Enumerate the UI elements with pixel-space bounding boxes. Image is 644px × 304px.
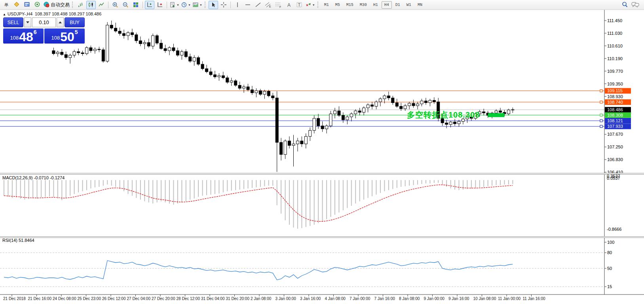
text-button[interactable]: A: [284, 1, 294, 9]
navigator-button[interactable]: [22, 1, 32, 9]
timeframe-button-M15[interactable]: M15: [344, 1, 356, 9]
timeframe-button-M1[interactable]: M1: [321, 1, 332, 9]
svg-text:107.250: 107.250: [607, 144, 623, 149]
svg-text:3 Jan 00:00: 3 Jan 00:00: [275, 296, 296, 301]
chat-button[interactable]: [631, 1, 640, 9]
pivot-annotation-text[interactable]: 多空转折点108.308: [407, 110, 480, 120]
zoom-out-icon: [122, 2, 129, 8]
chart-shift-button[interactable]: [145, 1, 154, 9]
macd-scale-bottom: -0.8666: [607, 227, 621, 232]
window-icon: [24, 1, 30, 8]
search-button[interactable]: [620, 1, 630, 9]
svg-text:108.740: 108.740: [607, 100, 623, 104]
trade-panel-price-row: 108486 108505: [3, 28, 85, 44]
chat-icon: [631, 2, 639, 8]
svg-text:11 Jan 16:00: 11 Jan 16:00: [523, 296, 546, 301]
horizontal-line-icon: [245, 2, 251, 8]
text-label-button[interactable]: T: [294, 1, 304, 9]
new-order-label: 单: [4, 2, 9, 8]
collapse-arrow-icon[interactable]: ▲: [3, 13, 6, 16]
svg-text:100: 100: [607, 240, 614, 245]
timeframe-button-W1[interactable]: W1: [404, 1, 414, 9]
timeframe-button-D1[interactable]: D1: [393, 1, 403, 9]
sell-price[interactable]: 108486: [3, 28, 44, 44]
buy-price-prefix: 108: [51, 35, 60, 41]
horizontal-line-button[interactable]: [243, 1, 253, 9]
svg-text:27 Dec 20:00: 27 Dec 20:00: [152, 296, 175, 301]
timeframe-button-M5[interactable]: M5: [332, 1, 343, 9]
arrows-button[interactable]: ▼: [305, 1, 315, 9]
bar-chart-button[interactable]: [76, 1, 85, 9]
sell-price-prefix: 108: [10, 35, 19, 41]
volume-input[interactable]: 0.10: [32, 17, 56, 27]
search-icon: [621, 1, 629, 8]
fibonacci-button[interactable]: F: [274, 1, 283, 9]
autotrading-label: 自动交易: [51, 2, 70, 8]
chart-title[interactable]: ▲USDJPY-,H4108.397 108.498 108.297 108.4…: [3, 11, 101, 16]
svg-text:28 Dec 12:00: 28 Dec 12:00: [177, 296, 200, 301]
buy-price[interactable]: 108505: [44, 28, 85, 44]
svg-text:25 Dec 23:00: 25 Dec 23:00: [78, 296, 101, 301]
buy-button[interactable]: BUY: [65, 17, 85, 27]
bar-chart-icon: [78, 2, 84, 8]
caret-down-icon: ▼: [312, 4, 315, 6]
timeframe-button-M30[interactable]: M30: [357, 1, 370, 9]
auto-scroll-button[interactable]: [155, 1, 165, 9]
chart-ohlc-values: 108.397 108.498 108.297 108.486: [35, 11, 101, 16]
tile-windows-button[interactable]: [131, 1, 141, 9]
zoom-in-button[interactable]: [110, 1, 120, 9]
new-chart-icon: [169, 2, 176, 8]
zoom-in-icon: [112, 2, 119, 8]
template-icon: [192, 2, 199, 8]
rsi-indicator-label: RSI(14) 51.8464: [2, 238, 34, 243]
periods-button[interactable]: ▼: [180, 1, 191, 9]
buy-price-big: 50: [60, 31, 74, 42]
autotrading-button[interactable]: 自动交易: [43, 1, 70, 9]
text-label-icon: T: [296, 2, 302, 8]
sell-button[interactable]: SELL: [3, 17, 23, 27]
svg-text:3 Jan 16:00: 3 Jan 16:00: [300, 296, 321, 301]
volume-decrease-button[interactable]: [24, 17, 31, 27]
crosshair-icon: [220, 2, 227, 8]
chart-canvas[interactable]: 111.450111.030110.610110.190109.770109.3…: [0, 10, 644, 304]
macd-scale-top-b: 0.0537: [607, 176, 620, 180]
candlestick-chart-button[interactable]: [86, 1, 96, 9]
volume-increase-button[interactable]: [57, 17, 64, 27]
svg-text:111.030: 111.030: [607, 31, 622, 36]
macd-pane-splitter[interactable]: [0, 173, 644, 175]
buy-price-pip: 5: [75, 29, 78, 35]
vertical-line-button[interactable]: [233, 1, 242, 9]
cursor-icon: [210, 2, 217, 8]
crosshair-button[interactable]: [219, 1, 228, 9]
equidistant-channel-button[interactable]: E: [264, 1, 273, 9]
zoom-out-button[interactable]: [121, 1, 130, 9]
caret-down-icon: ▼: [177, 4, 179, 6]
svg-text:7 Jan 00:00: 7 Jan 00:00: [350, 296, 370, 301]
caret-down-icon: ▼: [188, 4, 191, 6]
svg-text:111.450: 111.450: [607, 18, 622, 23]
svg-text:31 Dec 04:00: 31 Dec 04:00: [201, 296, 225, 301]
svg-text:108.121: 108.121: [607, 118, 623, 123]
svg-text:21 Dec 16:00: 21 Dec 16:00: [28, 296, 52, 301]
svg-text:F: F: [279, 6, 281, 8]
new-order-button[interactable]: 单: [2, 1, 11, 9]
cursor-button[interactable]: [209, 1, 218, 9]
line-chart-button[interactable]: [97, 1, 106, 9]
timeframe-button-MN[interactable]: MN: [415, 1, 425, 9]
rsi-pane-splitter[interactable]: [0, 236, 644, 238]
svg-text:107.933: 107.933: [607, 124, 623, 129]
market-watch-button[interactable]: [12, 1, 21, 9]
svg-text:80: 80: [607, 250, 612, 255]
new-chart-button[interactable]: ▼: [169, 1, 180, 9]
svg-text:7 Jan 16:00: 7 Jan 16:00: [374, 296, 395, 301]
trendline-button[interactable]: [253, 1, 263, 9]
signals-button[interactable]: [32, 1, 42, 9]
toolbar-separator: [108, 2, 108, 8]
timeframe-button-H1[interactable]: H1: [370, 1, 381, 9]
svg-text:110.610: 110.610: [607, 44, 623, 48]
templates-button[interactable]: ▼: [192, 1, 203, 9]
svg-text:109.115: 109.115: [607, 88, 623, 93]
svg-text:15: 15: [607, 284, 612, 289]
timeframe-button-H4[interactable]: H4: [382, 1, 392, 9]
chart-shift-icon: [146, 2, 153, 8]
